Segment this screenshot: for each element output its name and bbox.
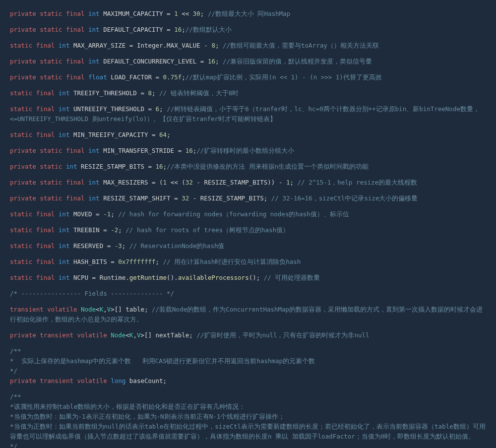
code-line: private static final int RESIZE_STAMP_SH… xyxy=(10,193,486,203)
code-line: private static int RESIZE_STAMP_BITS = 1… xyxy=(10,162,486,172)
code-line: /* ---------------- Fields -------------… xyxy=(10,289,486,299)
code-line: private static final int DEFAULT_CONCURR… xyxy=(10,57,486,66)
code-line: private static final int MIN_TRANSFER_ST… xyxy=(10,146,486,156)
code-line: static final int NCPU = Runtime.getRunti… xyxy=(10,273,486,283)
code-line: private static final float LOAD_FACTOR =… xyxy=(10,72,486,82)
code-line: static final int MAX_ARRAY_SIZE = Intege… xyxy=(10,41,486,51)
code-line: static final int MIN_TREEIFY_CAPACITY = … xyxy=(10,130,486,140)
code-line: private static final int DEFAULT_CAPACIT… xyxy=(10,25,486,35)
code-line: private static final int MAX_RESIZERS = … xyxy=(10,178,486,188)
code-line: private transient volatile Node<K,V>[] n… xyxy=(10,330,486,340)
code-viewer: private static final int MAXIMUM_CAPACIT… xyxy=(0,0,496,448)
code-line: transient volatile Node<K,V>[] table; //… xyxy=(10,305,486,324)
code-line: static final int HASH_BITS = 0x7fffffff;… xyxy=(10,257,486,267)
code-line: static final int UNTREEIFY_THRESHOLD = 6… xyxy=(10,104,486,124)
code-line: static final int TREEBIN = -2; // hash f… xyxy=(10,225,486,235)
code-line: /** * 实际上保存的是hashmap中的元素个数 利用CAS锁进行更新但它并… xyxy=(10,346,486,386)
code-line: /** *该属性用来控制table数组的大小，根据是否初始化和是否正在扩容有几种… xyxy=(10,392,486,448)
code-line: static final int MOVED = -1; // hash for… xyxy=(10,209,486,219)
code-line: static final int TREEIFY_THRESHOLD = 8; … xyxy=(10,88,486,98)
code-line: static final int RESERVED = -3; // Reser… xyxy=(10,241,486,251)
code-line: private static final int MAXIMUM_CAPACIT… xyxy=(10,9,486,19)
